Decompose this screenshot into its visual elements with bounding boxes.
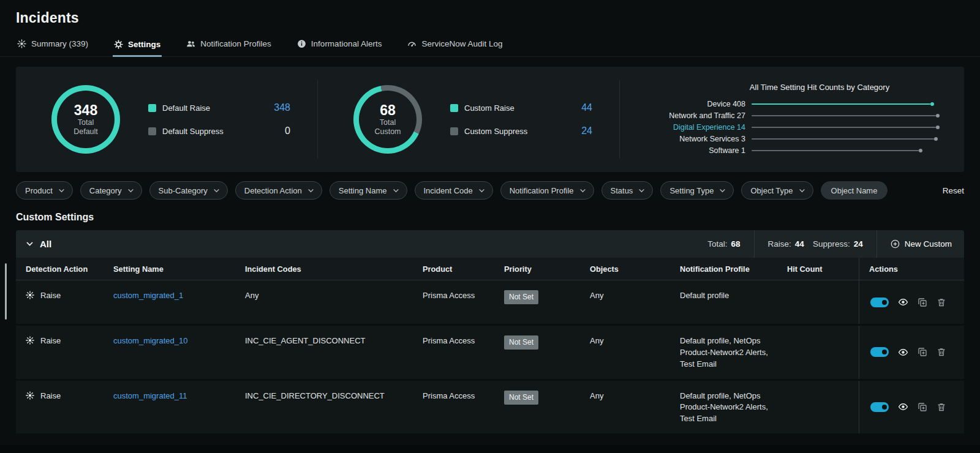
- raise-icon: [26, 391, 34, 400]
- objects-cell: Any: [580, 326, 670, 379]
- setting-name-link[interactable]: custom_migrated_10: [113, 336, 187, 345]
- objects-cell: Any: [580, 280, 670, 324]
- filter-setting-name[interactable]: Setting Name: [330, 181, 407, 200]
- hit-count-row: Network and Traffic 27: [626, 110, 940, 121]
- filter-setting-type[interactable]: Setting Type: [660, 181, 734, 200]
- tab-summary[interactable]: Summary (339): [16, 32, 89, 56]
- table-header-row: Detection Action Setting Name Incident C…: [16, 258, 964, 280]
- filter-product[interactable]: Product: [16, 181, 73, 200]
- incident-codes-cell: Any: [235, 280, 413, 324]
- custom-caption: Total: [380, 118, 396, 127]
- column-header: Hit Count: [777, 258, 859, 280]
- tab-bar: Summary (339) Settings Notification Prof…: [0, 32, 980, 57]
- setting-name-link[interactable]: custom_migrated_1: [113, 291, 183, 300]
- trash-icon: [937, 298, 946, 307]
- incident-codes-cell: INC_CIE_DIRECTORY_DISCONNECT: [235, 381, 413, 434]
- trash-icon: [937, 347, 946, 357]
- gear-icon: [114, 40, 123, 49]
- view-button[interactable]: [898, 347, 908, 358]
- setting-name-link[interactable]: custom_migrated_11: [113, 391, 187, 400]
- table-group-header: All Total:68 Raise:44 Suppress:24 New Cu…: [16, 230, 964, 258]
- column-header: Incident Codes: [235, 258, 413, 280]
- column-header: Detection Action: [16, 258, 104, 280]
- filter-notification-profile[interactable]: Notification Profile: [500, 181, 594, 200]
- product-cell: Prisma Access: [413, 326, 494, 379]
- chevron-down-icon: [638, 187, 645, 194]
- clone-button[interactable]: [918, 347, 927, 357]
- reset-filters-button[interactable]: Reset: [943, 186, 964, 195]
- info-icon: [297, 39, 306, 48]
- filter-detection-action[interactable]: Detection Action: [235, 181, 322, 200]
- group-collapse-toggle[interactable]: All: [26, 239, 51, 249]
- tab-informational-alerts[interactable]: Informational Alerts: [296, 32, 383, 56]
- delete-button[interactable]: [937, 298, 946, 307]
- tab-servicenow-audit-log[interactable]: ServiceNow Audit Log: [406, 32, 503, 56]
- users-icon: [186, 39, 195, 48]
- detection-action-cell: Raise: [16, 326, 104, 379]
- notification-profile-cell: Default profile, NetOps Product-Network2…: [670, 381, 777, 434]
- default-caption: Total: [78, 118, 94, 127]
- chevron-down-icon: [127, 187, 134, 194]
- tab-notification-profiles[interactable]: Notification Profiles: [185, 32, 273, 56]
- view-button[interactable]: [898, 297, 908, 307]
- filter-status[interactable]: Status: [601, 181, 654, 200]
- copy-icon: [918, 298, 927, 307]
- default-caption: Default: [74, 127, 98, 137]
- default-donut-chart: 348 Total Default: [51, 85, 120, 154]
- enabled-toggle[interactable]: [870, 402, 889, 412]
- hit-count-cell: [777, 381, 859, 434]
- objects-cell: Any: [580, 381, 670, 434]
- incident-icon: [17, 39, 26, 48]
- hit-count-row: Software 1: [626, 144, 940, 156]
- filter-category[interactable]: Category: [80, 181, 142, 200]
- column-header: Priority: [494, 258, 580, 280]
- delete-button[interactable]: [937, 402, 946, 412]
- notification-profile-cell: Default profile: [670, 280, 777, 324]
- filter-incident-code[interactable]: Incident Code: [415, 181, 493, 200]
- view-button[interactable]: [898, 402, 908, 412]
- chevron-down-icon: [307, 187, 314, 194]
- product-cell: Prisma Access: [413, 280, 494, 324]
- product-cell: Prisma Access: [413, 381, 494, 434]
- chevron-down-icon: [213, 187, 220, 194]
- delete-button[interactable]: [937, 347, 946, 357]
- dashboard-panel: 348 Total Default Default Raise 348 Defa…: [16, 67, 964, 172]
- priority-badge: Not Set: [504, 290, 538, 304]
- priority-cell: Not Set: [494, 326, 580, 379]
- table-row: Raise custom_migrated_1 Any Prisma Acces…: [16, 280, 964, 326]
- enabled-toggle[interactable]: [870, 298, 889, 307]
- plus-circle-icon: [891, 239, 900, 249]
- table-row: Raise custom_migrated_10 INC_CIE_AGENT_D…: [16, 326, 964, 381]
- default-total-value: 348: [74, 102, 97, 118]
- filter-sub-category[interactable]: Sub-Category: [149, 181, 228, 200]
- raise-icon: [26, 336, 34, 345]
- summary-total: Total:68: [694, 230, 753, 258]
- detection-action-cell: Raise: [16, 280, 104, 324]
- actions-cell: [859, 326, 964, 379]
- notification-profile-cell: Default profile, NetOps Product-Network2…: [670, 326, 777, 379]
- actions-cell: [859, 381, 964, 434]
- group-label: All: [40, 239, 51, 249]
- hit-counts-title: All Time Setting Hit Counts by Category: [626, 83, 940, 92]
- column-header: Objects: [580, 258, 670, 280]
- clone-button[interactable]: [918, 298, 927, 307]
- filter-object-name[interactable]: Object Name: [821, 181, 888, 200]
- enabled-toggle[interactable]: [870, 347, 889, 357]
- page-header: Incidents: [0, 0, 980, 26]
- chevron-down-icon: [58, 187, 65, 194]
- chevron-down-icon: [579, 187, 586, 194]
- filter-object-type[interactable]: Object Type: [741, 181, 813, 200]
- vertical-scrollbar-thumb[interactable]: [5, 263, 7, 320]
- raise-icon: [26, 291, 34, 299]
- hit-count-cell: [777, 326, 859, 379]
- legend-swatch: [450, 104, 458, 112]
- custom-settings-summary: 68 Total Custom Custom Raise 44 Custom S…: [318, 67, 619, 172]
- tab-label: Informational Alerts: [311, 39, 382, 48]
- filter-bar: Product Category Sub-Category Detection …: [16, 181, 964, 200]
- custom-legend: Custom Raise 44 Custom Suppress 24: [450, 102, 592, 137]
- clone-button[interactable]: [918, 402, 927, 412]
- tab-settings[interactable]: Settings: [113, 32, 162, 57]
- new-custom-button[interactable]: New Custom: [877, 230, 964, 258]
- hit-count-cell: [777, 280, 859, 324]
- copy-icon: [918, 347, 927, 357]
